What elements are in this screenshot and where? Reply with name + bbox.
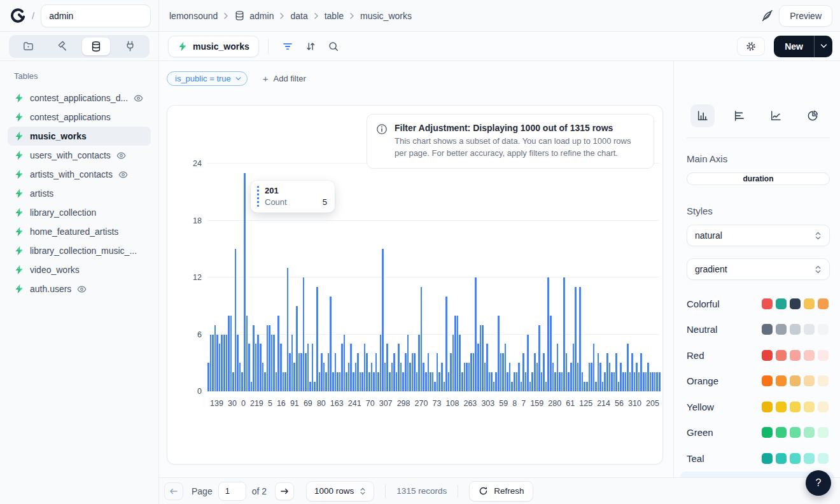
bar[interactable] <box>414 353 416 391</box>
bar[interactable] <box>541 372 543 391</box>
bar[interactable] <box>534 353 536 391</box>
new-button[interactable]: New <box>774 36 814 57</box>
palette-swatch[interactable] <box>790 427 801 438</box>
bar[interactable] <box>228 316 230 391</box>
help-button[interactable]: ? <box>806 470 831 496</box>
breadcrumb-table[interactable]: table <box>325 11 344 21</box>
bar[interactable] <box>418 335 420 392</box>
bar[interactable] <box>643 372 645 391</box>
bar[interactable] <box>464 363 466 391</box>
bar[interactable] <box>330 297 332 391</box>
palette-swatch[interactable] <box>818 324 829 335</box>
bar[interactable] <box>593 344 595 391</box>
bar[interactable] <box>502 353 504 391</box>
bar[interactable] <box>461 372 463 391</box>
bar[interactable] <box>210 335 212 392</box>
bar[interactable] <box>269 325 270 391</box>
bar[interactable] <box>341 344 343 391</box>
prev-page-button[interactable] <box>164 482 183 500</box>
bar[interactable] <box>459 335 461 392</box>
next-page-button[interactable] <box>275 482 294 500</box>
bar[interactable] <box>287 268 289 391</box>
bar[interactable] <box>432 372 434 391</box>
bar[interactable] <box>448 372 450 391</box>
sidebar-table-item[interactable]: library_collection_music_... <box>8 241 151 260</box>
bar[interactable] <box>441 363 443 391</box>
bar[interactable] <box>277 316 279 391</box>
bar[interactable] <box>615 353 617 391</box>
bar[interactable] <box>348 363 350 391</box>
bar[interactable] <box>303 277 305 391</box>
sidebar-table-item[interactable]: contest_applications <box>8 108 151 127</box>
bar[interactable] <box>316 287 318 391</box>
bar[interactable] <box>384 363 386 391</box>
bar[interactable] <box>398 344 400 391</box>
bar[interactable] <box>595 382 597 391</box>
bar[interactable] <box>584 382 585 391</box>
bar[interactable] <box>355 363 357 391</box>
bar[interactable] <box>253 325 255 391</box>
bar[interactable] <box>307 344 309 391</box>
bar[interactable] <box>566 353 568 391</box>
bar[interactable] <box>582 372 584 391</box>
bar[interactable] <box>514 372 515 391</box>
chart-type-horizontal-bar[interactable] <box>727 104 752 127</box>
bar[interactable] <box>251 382 253 391</box>
palette-swatch[interactable] <box>818 350 829 361</box>
bar[interactable] <box>246 316 248 391</box>
bar[interactable] <box>438 372 440 391</box>
bar[interactable] <box>599 363 601 391</box>
style-select-curve[interactable]: natural <box>687 225 830 246</box>
bar[interactable] <box>267 325 269 391</box>
palette-option[interactable]: Orange <box>680 368 834 395</box>
palette-swatch[interactable] <box>818 402 829 412</box>
bar[interactable] <box>622 372 624 391</box>
sidebar-table-item[interactable]: contest_applications_d... <box>8 88 151 108</box>
bar[interactable] <box>604 372 606 391</box>
bar[interactable] <box>536 363 538 391</box>
bar[interactable] <box>531 372 533 391</box>
sidebar-tab-database[interactable] <box>82 38 110 55</box>
palette-swatch[interactable] <box>762 453 773 464</box>
palette-swatch[interactable] <box>804 375 815 386</box>
bar[interactable] <box>518 363 520 391</box>
bar[interactable] <box>606 353 608 391</box>
palette-swatch[interactable] <box>790 402 801 412</box>
bar[interactable] <box>445 297 447 391</box>
bar[interactable] <box>545 382 547 391</box>
sidebar-table-item[interactable]: artists_with_contacts <box>8 165 151 184</box>
bar[interactable] <box>493 382 495 391</box>
bar[interactable] <box>659 372 661 391</box>
bar[interactable] <box>444 382 445 391</box>
bar[interactable] <box>613 372 615 391</box>
table-tab-music-works[interactable]: music_works <box>168 36 259 57</box>
palette-swatch[interactable] <box>762 427 773 438</box>
palette-swatch[interactable] <box>804 350 815 361</box>
bar[interactable] <box>393 353 395 391</box>
bar[interactable] <box>241 372 243 391</box>
bar[interactable] <box>543 353 545 391</box>
palette-swatch[interactable] <box>790 324 801 335</box>
bar[interactable] <box>271 335 273 392</box>
rows-per-page-select[interactable]: 1000 rows <box>306 481 374 501</box>
bar[interactable] <box>529 382 531 391</box>
bar[interactable] <box>335 353 337 391</box>
chart-type-pie[interactable] <box>801 104 825 127</box>
breadcrumb-table-name[interactable]: music_works <box>360 11 412 21</box>
bar[interactable] <box>629 372 631 391</box>
bar[interactable] <box>591 363 592 391</box>
bar[interactable] <box>618 382 620 391</box>
bar[interactable] <box>237 335 239 392</box>
bar[interactable] <box>321 353 323 391</box>
bar[interactable] <box>216 335 218 392</box>
bar[interactable] <box>273 335 275 392</box>
bar[interactable] <box>344 335 346 392</box>
bar[interactable] <box>647 363 649 391</box>
bar[interactable] <box>239 363 241 391</box>
bar[interactable] <box>557 344 559 391</box>
bar[interactable] <box>396 372 398 391</box>
bar[interactable] <box>293 363 295 391</box>
bar[interactable] <box>602 382 604 391</box>
bar[interactable] <box>223 335 225 392</box>
bar[interactable] <box>371 363 373 391</box>
